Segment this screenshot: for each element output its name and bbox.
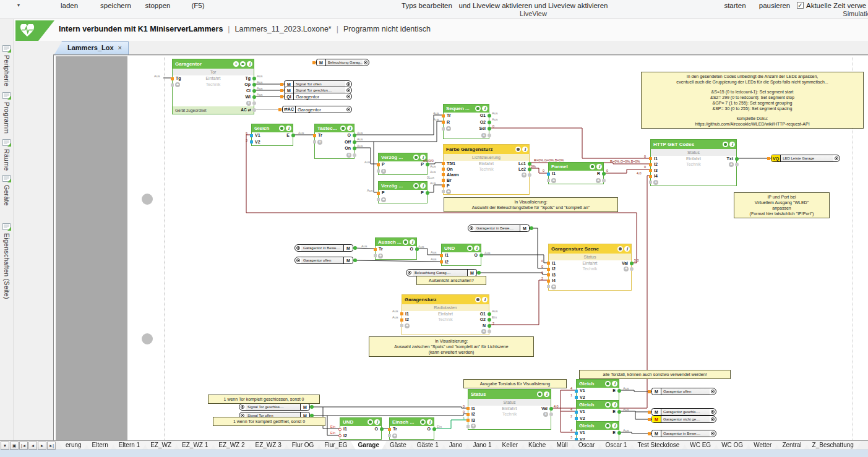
memory-flag[interactable]: ⇄ACGaragentor: [282, 106, 352, 113]
eye-icon[interactable]: [240, 61, 246, 67]
page-tab-wc-eg[interactable]: WC EG: [682, 441, 718, 450]
comment-note[interactable]: 1 wenn Tor komplett geschlossen, sonst 0: [208, 395, 320, 404]
input-connector[interactable]: [374, 248, 377, 251]
ribbon-button-liveview-aktivieren[interactable]: und Liveview aktivieren und Liveview akt…: [459, 2, 608, 9]
input-connector[interactable]: [250, 134, 253, 137]
comment-note[interactable]: In den gesendeten Codes unbedingt die An…: [641, 72, 864, 129]
output-connector[interactable]: [602, 179, 606, 182]
page-tab-garage[interactable]: Garage: [351, 441, 387, 450]
output-connector[interactable]: [617, 431, 621, 435]
output-connector[interactable]: [488, 127, 491, 130]
gear-icon[interactable]: [515, 147, 521, 152]
input-connector[interactable]: [442, 121, 445, 124]
info-icon[interactable]: i: [347, 126, 353, 131]
input-connector[interactable]: [547, 280, 550, 283]
input-connector[interactable]: [547, 173, 550, 176]
input-connector[interactable]: [377, 163, 380, 166]
input-connector[interactable]: [649, 175, 652, 178]
output-connector[interactable]: [477, 271, 481, 275]
expand-plus-icon[interactable]: +: [596, 178, 601, 183]
page-tab-eltern[interactable]: Eltern: [85, 441, 116, 450]
gear-icon[interactable]: [710, 409, 716, 415]
output-connector[interactable]: [353, 258, 357, 262]
memory-flag[interactable]: Garagentor in Bewe....M: [294, 244, 353, 252]
comment-note[interactable]: Ausgabe Torstatus für Visualisierung: [463, 379, 567, 388]
sidebar-item-peripherie[interactable]: Peripherie: [0, 45, 14, 87]
input-connector[interactable]: [388, 428, 391, 431]
gear-icon[interactable]: [279, 126, 285, 131]
document-tab-lammers-lox[interactable]: Lammers_Lox×: [54, 41, 129, 54]
input-connector[interactable]: [649, 181, 652, 184]
page-tab-eltern-1[interactable]: Eltern 1: [111, 441, 147, 450]
input-connector[interactable]: [377, 192, 380, 195]
page-tab-müll[interactable]: Müll: [549, 441, 575, 450]
gear-icon[interactable]: [475, 106, 481, 111]
expand-plus-icon[interactable]: +: [317, 140, 322, 145]
input-connector[interactable]: [648, 411, 651, 414]
input-connector[interactable]: [442, 173, 445, 176]
expand-plus-icon[interactable]: +: [481, 329, 486, 334]
input-connector[interactable]: [377, 169, 380, 173]
comment-note[interactable]: In Visualisierung:Auswahl zwischen "Spot…: [369, 336, 534, 357]
plus-icon[interactable]: +: [233, 61, 239, 67]
memory-flag[interactable]: MGaragentor in Bewe....: [651, 430, 716, 437]
memory-flag[interactable]: QIGaragentor: [284, 93, 352, 100]
output-connector[interactable]: [380, 427, 384, 431]
block-http[interactable]: HTTP GET CodesiStatusI1I2I3I4+Txt+Einfah…: [650, 139, 737, 186]
block-farbe[interactable]: Farbe GaragensturziLichtsteuerungT5/1OnA…: [443, 144, 530, 195]
block-sequen[interactable]: Sequen ...iTrR+O1O2Sel+: [443, 104, 489, 139]
sidebar-item-programm[interactable]: Programm: [0, 92, 14, 134]
expand-plus-icon[interactable]: +: [446, 126, 451, 131]
ribbon-button-typs-bearbeiten[interactable]: Typs bearbeiten: [402, 2, 452, 9]
block-radio[interactable]: GaragensturziRadiotastenI1I2+O1O2N+Einfa…: [402, 294, 489, 335]
input-connector[interactable]: [466, 419, 470, 422]
input-connector[interactable]: [466, 425, 470, 428]
input-connector[interactable]: [442, 179, 445, 182]
page-tab-küche[interactable]: Küche: [521, 441, 553, 450]
page-tab-z-beschattung[interactable]: Z_Beschattung: [805, 441, 861, 450]
input-connector[interactable]: [312, 61, 316, 64]
output-connector[interactable]: [488, 121, 491, 124]
gear-icon[interactable]: [710, 416, 716, 422]
output-connector[interactable]: [353, 153, 356, 157]
dropdown-caret-icon[interactable]: ▾: [17, 2, 20, 8]
gear-icon[interactable]: [413, 155, 419, 160]
expand-plus-icon[interactable]: +: [346, 153, 351, 158]
output-connector[interactable]: [488, 324, 491, 328]
sheet-nav-button-1[interactable]: ▣: [10, 442, 19, 450]
input-connector[interactable]: [575, 411, 578, 414]
page-tab-test-steckdose[interactable]: Test Steckdose: [630, 441, 687, 450]
block-gleichB[interactable]: GleichiV1V2E: [576, 400, 619, 422]
expand-plus-icon[interactable]: +: [405, 323, 410, 328]
gear-icon[interactable]: [295, 245, 301, 251]
output-connector[interactable]: [353, 147, 356, 150]
output-connector[interactable]: [479, 254, 483, 257]
block-status[interactable]: StatusiStatusI1I2I3+Val+EinfahrtTechnik: [468, 389, 551, 430]
gear-icon[interactable]: [367, 419, 373, 425]
gear-icon[interactable]: [420, 419, 426, 425]
expand-plus-icon[interactable]: +: [471, 424, 476, 429]
input-connector[interactable]: [442, 190, 445, 193]
gear-icon[interactable]: [295, 257, 301, 263]
memory-flag[interactable]: Garagentor in Bewe....M: [468, 224, 530, 232]
output-connector[interactable]: [617, 410, 621, 414]
info-icon[interactable]: i: [612, 423, 617, 429]
memory-flag[interactable]: Garagentor offenM: [294, 257, 353, 264]
aktuelle-zeit-checkbox[interactable]: ✓: [797, 2, 804, 9]
info-icon[interactable]: i: [612, 381, 617, 387]
expand-plus-icon[interactable]: +: [378, 254, 383, 258]
page-tab-gäste-1[interactable]: Gäste 1: [410, 441, 446, 450]
gear-icon[interactable]: [710, 430, 716, 437]
expand-plus-icon[interactable]: +: [246, 101, 251, 106]
info-icon[interactable]: i: [247, 61, 252, 67]
output-connector[interactable]: [252, 108, 256, 112]
gear-icon[interactable]: [605, 381, 611, 387]
info-icon[interactable]: i: [374, 419, 380, 425]
gear-icon[interactable]: [617, 246, 623, 252]
info-icon[interactable]: i: [544, 391, 549, 397]
ribbon-button-speichern[interactable]: speichern: [100, 2, 131, 9]
output-connector[interactable]: [252, 95, 256, 99]
info-icon[interactable]: i: [612, 402, 617, 408]
expand-plus-icon[interactable]: +: [381, 169, 386, 174]
comment-note[interactable]: 1 wenn Tor komplett geöffnet, sonst 0: [213, 417, 325, 426]
